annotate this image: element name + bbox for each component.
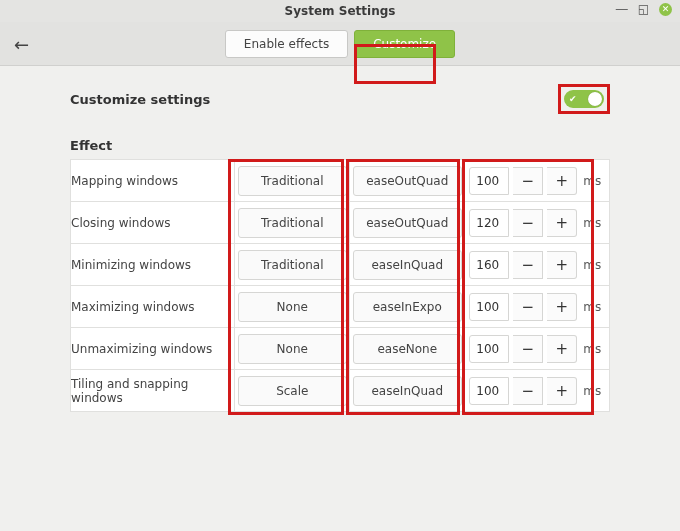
easing-dropdown[interactable]: easeOutQuad (353, 166, 462, 196)
style-dropdown[interactable]: Traditional (238, 250, 347, 280)
settings-window: System Settings ― ◱ ✕ ← Enable effects C… (0, 0, 680, 531)
effect-easing-cell: easeInQuad (350, 244, 465, 286)
effects-table: Mapping windowsTraditionaleaseOutQuad100… (70, 159, 610, 412)
effect-duration-cell: 100−+ms (465, 328, 610, 370)
decrement-button[interactable]: − (513, 251, 543, 279)
table-row: Closing windowsTraditionaleaseOutQuad120… (71, 202, 610, 244)
table-row: Mapping windowsTraditionaleaseOutQuad100… (71, 160, 610, 202)
effect-easing-cell: easeNone (350, 328, 465, 370)
tab-enable-effects[interactable]: Enable effects (225, 30, 348, 58)
unit-label: ms (583, 384, 601, 398)
window-title: System Settings (285, 4, 396, 18)
unit-label: ms (583, 174, 601, 188)
easing-dropdown[interactable]: easeInQuad (353, 376, 462, 406)
unit-label: ms (583, 258, 601, 272)
duration-input[interactable]: 160 (469, 251, 509, 279)
style-dropdown[interactable]: Scale (238, 376, 347, 406)
effect-duration-cell: 100−+ms (465, 286, 610, 328)
effect-easing-cell: easeInQuad (350, 370, 465, 412)
unit-label: ms (583, 300, 601, 314)
effect-heading: Effect (70, 138, 610, 153)
increment-button[interactable]: + (547, 167, 577, 195)
style-dropdown[interactable]: None (238, 292, 347, 322)
easing-dropdown[interactable]: easeInExpo (353, 292, 462, 322)
duration-input[interactable]: 100 (469, 377, 509, 405)
toggle-knob (588, 92, 602, 106)
effect-duration-cell: 120−+ms (465, 202, 610, 244)
effect-label: Minimizing windows (71, 244, 235, 286)
duration-input[interactable]: 100 (469, 293, 509, 321)
duration-input[interactable]: 120 (469, 209, 509, 237)
customize-toggle[interactable]: ✔ (564, 90, 604, 108)
duration-input[interactable]: 100 (469, 335, 509, 363)
highlight-box: ✔ (558, 84, 610, 114)
check-icon: ✔ (569, 94, 577, 104)
increment-button[interactable]: + (547, 293, 577, 321)
easing-dropdown[interactable]: easeInQuad (353, 250, 462, 280)
close-icon[interactable]: ✕ (659, 3, 672, 16)
table-row: Tiling and snapping windowsScaleeaseInQu… (71, 370, 610, 412)
effect-style-cell: Scale (235, 370, 350, 412)
effect-duration-cell: 100−+ms (465, 370, 610, 412)
effect-style-cell: Traditional (235, 160, 350, 202)
effects-table-wrap: Mapping windowsTraditionaleaseOutQuad100… (70, 159, 610, 412)
effect-style-cell: Traditional (235, 202, 350, 244)
effect-label: Maximizing windows (71, 286, 235, 328)
customize-settings-label: Customize settings (70, 92, 210, 107)
unit-label: ms (583, 342, 601, 356)
style-dropdown[interactable]: Traditional (238, 208, 347, 238)
decrement-button[interactable]: − (513, 293, 543, 321)
effect-label: Tiling and snapping windows (71, 370, 235, 412)
increment-button[interactable]: + (547, 335, 577, 363)
effect-style-cell: None (235, 286, 350, 328)
effect-style-cell: None (235, 328, 350, 370)
back-icon[interactable]: ← (14, 34, 29, 55)
table-row: Unmaximizing windowsNoneeaseNone100−+ms (71, 328, 610, 370)
customize-row: Customize settings ✔ (70, 84, 610, 114)
effect-easing-cell: easeInExpo (350, 286, 465, 328)
easing-dropdown[interactable]: easeOutQuad (353, 208, 462, 238)
toolbar: ← Enable effects Customize (0, 22, 680, 66)
effect-style-cell: Traditional (235, 244, 350, 286)
minimize-icon[interactable]: ― (616, 2, 628, 16)
decrement-button[interactable]: − (513, 167, 543, 195)
increment-button[interactable]: + (547, 377, 577, 405)
window-controls: ― ◱ ✕ (616, 2, 672, 16)
effect-label: Mapping windows (71, 160, 235, 202)
increment-button[interactable]: + (547, 209, 577, 237)
style-dropdown[interactable]: None (238, 334, 347, 364)
easing-dropdown[interactable]: easeNone (353, 334, 462, 364)
content-area: Customize settings ✔ Effect Mapping wind… (0, 66, 680, 531)
unit-label: ms (583, 216, 601, 230)
decrement-button[interactable]: − (513, 335, 543, 363)
increment-button[interactable]: + (547, 251, 577, 279)
effect-easing-cell: easeOutQuad (350, 160, 465, 202)
table-row: Minimizing windowsTraditionaleaseInQuad1… (71, 244, 610, 286)
decrement-button[interactable]: − (513, 209, 543, 237)
effect-duration-cell: 160−+ms (465, 244, 610, 286)
duration-input[interactable]: 100 (469, 167, 509, 195)
decrement-button[interactable]: − (513, 377, 543, 405)
tab-customize[interactable]: Customize (354, 30, 455, 58)
table-row: Maximizing windowsNoneeaseInExpo100−+ms (71, 286, 610, 328)
effect-duration-cell: 100−+ms (465, 160, 610, 202)
effect-easing-cell: easeOutQuad (350, 202, 465, 244)
effect-label: Closing windows (71, 202, 235, 244)
style-dropdown[interactable]: Traditional (238, 166, 347, 196)
titlebar: System Settings ― ◱ ✕ (0, 0, 680, 22)
maximize-icon[interactable]: ◱ (638, 2, 649, 16)
effect-label: Unmaximizing windows (71, 328, 235, 370)
